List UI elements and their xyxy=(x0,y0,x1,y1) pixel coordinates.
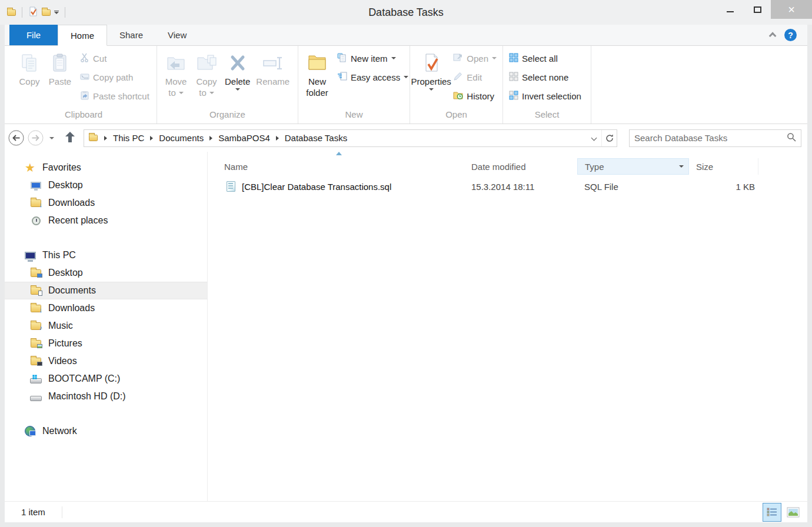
file-name[interactable]: [CBL]Clear Database Transactions.sql xyxy=(242,182,391,192)
easy-access-button[interactable]: Easy access xyxy=(335,68,411,86)
recent-icon xyxy=(29,216,42,225)
thumbnail-view-button[interactable] xyxy=(784,503,803,522)
title-bar: Database Tasks × xyxy=(0,0,812,25)
sidebar-item-pictures[interactable]: Pictures xyxy=(5,335,207,352)
paste-shortcut-button[interactable]: Paste shortcut xyxy=(78,86,152,105)
copy-to-button[interactable]: Copy to xyxy=(191,49,222,99)
copy-path-icon xyxy=(80,72,89,83)
column-header-label: Size xyxy=(696,162,713,172)
minimize-button[interactable] xyxy=(717,0,744,19)
dropdown-caret-icon xyxy=(429,88,434,91)
qat-customize-chevron-icon[interactable] xyxy=(54,11,59,15)
pc-icon xyxy=(24,252,36,259)
rename-button[interactable]: Rename xyxy=(253,49,292,88)
help-button[interactable]: ? xyxy=(784,29,797,41)
sidebar-item-macintosh-hd-d[interactable]: Macintosh HD (D:) xyxy=(5,388,207,405)
sidebar-item-music[interactable]: ♪Music xyxy=(5,317,207,335)
sidebar-item-videos[interactable]: Videos xyxy=(5,352,207,370)
qat-new-folder-icon[interactable] xyxy=(42,9,51,16)
file-row[interactable]: [CBL]Clear Database Transactions.sql15.3… xyxy=(217,176,807,196)
sidebar-item-downloads[interactable]: ↓Downloads xyxy=(5,194,207,212)
forward-button[interactable] xyxy=(28,130,44,146)
edit-button[interactable]: Edit xyxy=(451,68,499,86)
sidebar-item-this-pc[interactable]: This PC xyxy=(5,246,207,264)
file-type: SQL File xyxy=(577,182,689,192)
search-input[interactable] xyxy=(634,133,787,143)
divider xyxy=(65,7,65,18)
breadcrumb-segment-documents[interactable]: Documents xyxy=(155,133,207,143)
sidebar-item-label: Desktop xyxy=(48,268,83,278)
tab-home[interactable]: Home xyxy=(58,25,107,46)
sidebar-item-downloads[interactable]: ↓Downloads xyxy=(5,299,207,317)
column-header-label: Name xyxy=(224,162,248,172)
copy-path-button[interactable]: Copy path xyxy=(78,68,152,86)
address-bar[interactable]: This PCDocumentsSambaPOS4Database Tasks xyxy=(84,129,617,147)
minimize-ribbon-icon[interactable] xyxy=(769,32,777,40)
file-date-modified: 15.3.2014 18:11 xyxy=(464,182,577,192)
select-none-button[interactable]: Select none xyxy=(507,68,584,86)
new-folder-button[interactable]: New folder xyxy=(302,49,332,99)
paste-icon xyxy=(50,50,70,76)
tab-view[interactable]: View xyxy=(155,25,199,45)
maximize-button[interactable] xyxy=(744,0,771,19)
screen-icon xyxy=(29,182,42,189)
up-button[interactable] xyxy=(65,131,75,145)
breadcrumb-segment-sambapos4[interactable]: SambaPOS4 xyxy=(215,133,274,143)
column-header-name[interactable]: Name xyxy=(217,158,464,175)
column-header-date-modified[interactable]: Date modified xyxy=(464,158,577,175)
invert-selection-icon xyxy=(509,91,518,102)
history-icon xyxy=(453,90,463,102)
select-all-button[interactable]: Select all xyxy=(507,49,584,68)
details-view-button[interactable] xyxy=(763,503,781,522)
group-label-clipboard: Clipboard xyxy=(11,109,157,124)
globe-icon xyxy=(24,426,36,436)
new-item-button[interactable]: New item xyxy=(335,49,411,68)
sidebar-item-label: Videos xyxy=(48,356,77,366)
group-label-new: New xyxy=(298,109,410,124)
breadcrumb-segment-this-pc[interactable]: This PC xyxy=(109,133,148,143)
sidebar-item-network[interactable]: Network xyxy=(5,422,207,440)
file-size: 1 KB xyxy=(689,182,758,192)
folder-video-icon xyxy=(29,358,42,365)
move-to-button[interactable]: Move to xyxy=(161,49,191,99)
sidebar-item-desktop[interactable]: Desktop xyxy=(5,264,207,282)
filter-caret-icon[interactable] xyxy=(679,165,684,168)
back-button[interactable] xyxy=(8,130,24,146)
sidebar-item-label: Downloads xyxy=(48,303,95,313)
breadcrumb-segment-database-tasks[interactable]: Database Tasks xyxy=(281,133,351,143)
dropdown-caret-icon xyxy=(391,57,396,59)
refresh-button[interactable] xyxy=(601,130,617,146)
column-header-size[interactable]: Size xyxy=(689,158,758,175)
sidebar-item-label: Network xyxy=(42,426,77,436)
copy-button[interactable]: Copy xyxy=(14,49,45,88)
column-header-type[interactable]: Type xyxy=(577,158,689,175)
delete-button[interactable]: Delete xyxy=(222,49,253,92)
sidebar-item-desktop[interactable]: Desktop xyxy=(5,176,207,194)
sidebar-section-gap xyxy=(5,405,207,422)
search-icon[interactable] xyxy=(787,132,796,144)
qat-properties-icon[interactable] xyxy=(28,6,38,18)
sidebar-item-documents[interactable]: Documents xyxy=(5,282,207,299)
cut-icon xyxy=(80,53,89,64)
invert-selection-button[interactable]: Invert selection xyxy=(507,86,584,105)
file-list-area: NameDate modifiedTypeSize [CBL]Clear Dat… xyxy=(208,152,807,501)
sidebar-item-bootcamp-c[interactable]: BOOTCAMP (C:) xyxy=(5,370,207,388)
edit-icon xyxy=(453,71,463,83)
sidebar-item-recent-places[interactable]: Recent places xyxy=(5,212,207,229)
sidebar: ★FavoritesDesktop↓DownloadsRecent places… xyxy=(5,152,208,501)
folder-download-icon: ↓ xyxy=(29,199,42,207)
history-button[interactable]: History xyxy=(451,86,499,105)
close-button[interactable]: × xyxy=(771,0,812,19)
sidebar-item-label: Downloads xyxy=(48,198,95,208)
recent-locations-caret-icon[interactable] xyxy=(49,137,54,139)
sidebar-item-favorites[interactable]: ★Favorites xyxy=(5,159,207,176)
open-button[interactable]: Open xyxy=(451,49,499,68)
paste-button[interactable]: Paste xyxy=(45,49,75,88)
cut-button[interactable]: Cut xyxy=(78,49,152,68)
address-dropdown-button[interactable] xyxy=(586,130,601,146)
ribbon-group-select: Select all Select none Invert selection … xyxy=(503,46,591,124)
properties-button[interactable]: Properties xyxy=(414,49,448,92)
tab-share[interactable]: Share xyxy=(107,25,155,45)
sort-ascending-icon xyxy=(336,152,342,155)
tab-file[interactable]: File xyxy=(9,25,58,45)
